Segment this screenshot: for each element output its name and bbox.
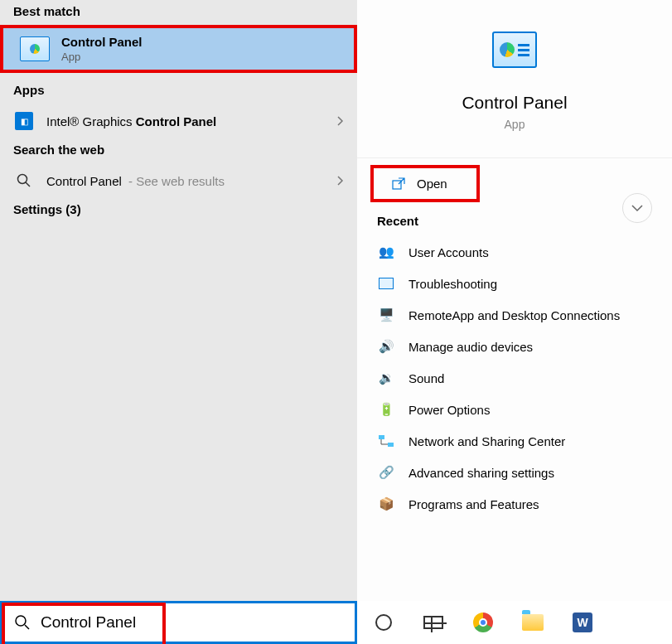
actions-section: Open Recent 👥 User Accounts Troubleshoot… (357, 157, 672, 520)
search-icon (14, 614, 31, 631)
troubleshooting-icon (377, 274, 395, 293)
recent-item-troubleshooting[interactable]: Troubleshooting (357, 268, 672, 299)
web-header: Search the web (0, 138, 357, 163)
web-item-label: Control Panel - See web results (46, 174, 324, 188)
control-panel-icon (20, 36, 50, 61)
apps-header: Apps (0, 73, 357, 104)
word-icon[interactable]: W (571, 611, 594, 634)
user-accounts-icon: 👥 (377, 243, 395, 261)
expand-actions-button[interactable] (622, 193, 652, 223)
details-header: Control Panel App (357, 0, 672, 131)
apps-item-label: Intel® Graphics Control Panel (46, 114, 324, 128)
recent-item-network-sharing[interactable]: Network and Sharing Center (357, 425, 672, 457)
best-match-sub: App (61, 51, 143, 63)
control-panel-large-icon (492, 31, 537, 68)
recent-item-user-accounts[interactable]: 👥 User Accounts (357, 236, 672, 268)
search-icon (15, 172, 33, 190)
svg-rect-5 (379, 435, 384, 439)
open-action[interactable]: Open (372, 167, 478, 201)
best-match-text: Control Panel App (61, 35, 143, 63)
svg-point-7 (376, 615, 391, 630)
svg-point-0 (18, 175, 27, 184)
web-item-control-panel[interactable]: Control Panel - See web results (0, 163, 357, 198)
chevron-right-icon (337, 116, 344, 126)
recent-item-advanced-sharing[interactable]: 🔗 Advanced sharing settings (357, 457, 672, 488)
recent-item-audio-devices[interactable]: 🔊 Manage audio devices (357, 331, 672, 362)
intel-graphics-icon: ◧ (15, 112, 33, 130)
search-input-bar[interactable]: Control Panel (0, 601, 357, 644)
power-icon: 🔋 (377, 400, 395, 419)
settings-header: Settings (3) (0, 198, 357, 223)
taskbar: W (357, 601, 672, 644)
search-results-panel: Best match Control Panel App Apps ◧ Inte… (0, 0, 357, 644)
recent-item-sound[interactable]: 🔉 Sound (357, 362, 672, 394)
svg-line-1 (26, 182, 30, 186)
best-match-title: Control Panel (61, 35, 143, 49)
open-label: Open (417, 177, 447, 191)
recent-list: 👥 User Accounts Troubleshooting 🖥️ Remot… (357, 236, 672, 520)
svg-line-3 (25, 625, 29, 629)
sharing-icon: 🔗 (377, 463, 395, 482)
sound-icon: 🔉 (377, 369, 395, 387)
network-icon (377, 432, 395, 450)
chrome-icon[interactable] (471, 611, 495, 634)
chevron-right-icon (337, 176, 344, 186)
apps-item-intel-graphics[interactable]: ◧ Intel® Graphics Control Panel (0, 104, 357, 138)
details-panel: Control Panel App Open Recent 👥 User Acc… (357, 0, 672, 644)
search-input-value: Control Panel (41, 613, 136, 632)
file-explorer-icon[interactable] (521, 611, 544, 634)
details-title: Control Panel (357, 93, 672, 113)
svg-rect-6 (388, 443, 394, 447)
task-view-icon[interactable] (422, 611, 445, 634)
svg-rect-4 (393, 181, 401, 189)
recent-item-power-options[interactable]: 🔋 Power Options (357, 394, 672, 425)
remoteapp-icon: 🖥️ (377, 306, 395, 324)
best-match-control-panel[interactable]: Control Panel App (0, 25, 357, 73)
audio-icon: 🔊 (377, 337, 395, 356)
cortana-icon[interactable] (372, 611, 395, 634)
recent-item-programs-features[interactable]: 📦 Programs and Features (357, 488, 672, 520)
open-icon (392, 177, 405, 191)
programs-icon: 📦 (377, 495, 395, 513)
best-match-header: Best match (0, 0, 357, 25)
details-sub: App (357, 118, 672, 131)
svg-point-2 (16, 616, 26, 626)
recent-item-remoteapp[interactable]: 🖥️ RemoteApp and Desktop Connections (357, 299, 672, 331)
